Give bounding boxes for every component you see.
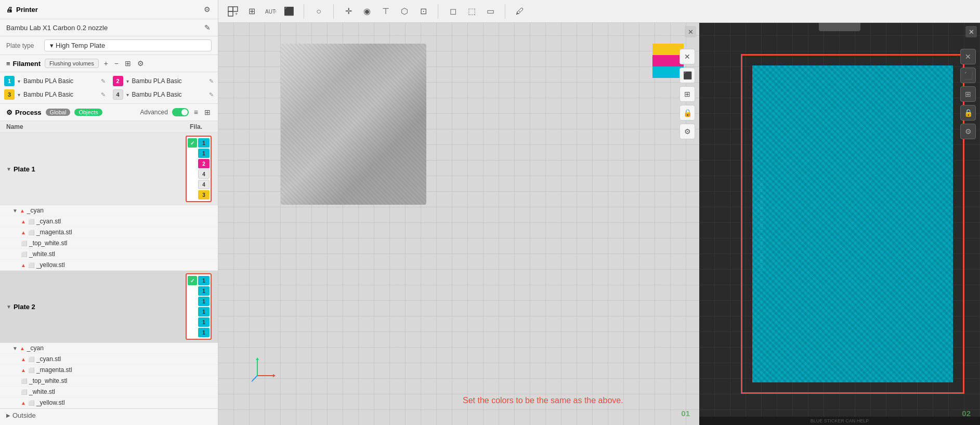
filament-edit-icon-4[interactable]: ✎: [209, 91, 214, 98]
filament-edit-icon-2[interactable]: ✎: [209, 78, 214, 85]
global-tag[interactable]: Global: [46, 109, 71, 116]
triangle-icon-p2-6: ▲: [21, 400, 26, 406]
plate2-header[interactable]: ▼ Plate 2 ✓ 1 1 1 1: [0, 271, 218, 343]
plate2-cell-1[interactable]: 1: [198, 276, 210, 285]
filament-badge-3[interactable]: 3: [4, 89, 15, 100]
plate2-cyan-group[interactable]: ▼ ▲ _cyan: [0, 343, 218, 354]
svg-text:+: +: [235, 11, 238, 17]
file-icon-4: ⬜: [21, 251, 27, 257]
add-geometry-button[interactable]: +: [225, 3, 241, 20]
plate1-cell-yellow[interactable]: 3: [198, 190, 210, 200]
plate2-number: 02: [962, 409, 971, 418]
plate1-btn-grid[interactable]: ⊞: [680, 86, 695, 102]
filament-settings-button[interactable]: ⚙: [136, 58, 145, 69]
objects-tag[interactable]: Objects: [74, 109, 102, 116]
plate2-btn-frame[interactable]: ⬛: [960, 68, 976, 83]
copy-filament-button[interactable]: ⊞: [124, 58, 132, 69]
cut-button[interactable]: ⊡: [415, 3, 432, 20]
plate1-btn-frame[interactable]: ⬛: [680, 68, 695, 83]
advanced-label: Advanced: [140, 109, 167, 116]
triangle-icon-p2-2: ▲: [21, 356, 26, 362]
filament-edit-icon-3[interactable]: ✎: [101, 91, 106, 98]
plate1-spacer5: [188, 190, 197, 200]
toolbar-last-button[interactable]: 🖊: [512, 3, 528, 20]
outside-item[interactable]: ▶ Outside: [0, 408, 218, 422]
plate1-model-content: [281, 44, 426, 205]
plate2-chevron-icon: ▼: [6, 304, 11, 310]
plate1-close-button[interactable]: ✕: [685, 26, 696, 37]
plate1-cell-4a[interactable]: 4: [198, 169, 210, 179]
filament-badge-1[interactable]: 1: [4, 76, 15, 86]
toolbar-btn-plate[interactable]: ▭: [482, 3, 499, 20]
filament-name-1: Bambu PLA Basic: [23, 77, 98, 85]
advanced-toggle[interactable]: [172, 108, 189, 116]
plate2-cell-6[interactable]: 1: [198, 328, 210, 337]
plate1-spacer4: [188, 180, 197, 189]
filament-edit-icon-1[interactable]: ✎: [101, 78, 106, 85]
plate1-cell-cyan2[interactable]: 1: [198, 149, 210, 158]
plate1-btn-settings[interactable]: ⚙: [680, 124, 695, 139]
plate-type-chevron-icon: ▾: [50, 42, 54, 49]
printer-model-edit-button[interactable]: ✎: [203, 22, 212, 33]
plate1-cell-1[interactable]: 1: [198, 138, 210, 148]
plate1-header[interactable]: ▼ Plate 1 ✓ 1 1 2 4: [0, 133, 218, 205]
plate2-btn-close[interactable]: ✕: [960, 49, 976, 64]
seam-button[interactable]: ⬡: [396, 3, 413, 20]
tree-header: Name Fila.: [0, 121, 218, 133]
file-icon-p2-3: ⬜: [21, 378, 27, 384]
plate1-view: ✕: [218, 23, 699, 425]
add-filament-button[interactable]: +: [103, 58, 109, 69]
plate2-cyan-stl-name: _cyan.stl: [36, 355, 212, 363]
move-button[interactable]: ✛: [340, 3, 357, 20]
filament-badge-4[interactable]: 4: [113, 89, 123, 100]
triangle-icon-1: ▲: [20, 208, 25, 214]
support-button[interactable]: ⊤: [377, 3, 394, 20]
plate1-white-stl-name: _white.stl: [29, 250, 212, 258]
plate1-btn-lock[interactable]: 🔒: [680, 105, 695, 121]
toolbar-group-1: + ⊞ AUTO ⬛: [225, 3, 297, 20]
remove-filament-button[interactable]: −: [113, 58, 120, 69]
plate2-canvas: ✕ Bambu High Temperature Plate BLUE STIC…: [699, 23, 980, 425]
chevron-down-icon-1: ▾: [18, 78, 20, 84]
slice-button[interactable]: ⬛: [281, 3, 297, 20]
plate1-btn-close[interactable]: ✕: [680, 49, 695, 64]
plate2-close-button[interactable]: ✕: [965, 26, 977, 37]
plate2-cell-4[interactable]: 1: [198, 307, 210, 316]
triangle-icon-p2-3: ▲: [21, 367, 26, 373]
plate2-cyan-stl: ▲ ⬜ _cyan.stl: [0, 354, 218, 365]
arrange-button[interactable]: ⊞: [243, 3, 260, 20]
file-icon-p2-5: ⬜: [28, 400, 34, 406]
plate2-cell-5[interactable]: 1: [198, 317, 210, 327]
hollow-button[interactable]: ◻: [445, 3, 461, 20]
plate2-magenta-stl-name: _magenta.stl: [36, 366, 212, 374]
plate2-btn-lock[interactable]: 🔒: [960, 105, 976, 121]
toolbar-btn-mesh[interactable]: ⬚: [463, 3, 480, 20]
plate2-cell-3[interactable]: 1: [198, 297, 210, 306]
plate1-white-stl: ⬜ _white.stl: [0, 249, 218, 260]
plate1-model-mesh: [281, 44, 426, 205]
toolbar-btn-empty1[interactable]: ○: [310, 3, 327, 20]
process-grid-button[interactable]: ⊞: [203, 107, 212, 117]
plate1-check[interactable]: ✓: [188, 138, 197, 148]
file-icon-2: ⬜: [28, 230, 34, 235]
plate1-cell-mag[interactable]: 2: [198, 159, 210, 168]
svg-rect-2: [228, 11, 233, 16]
filament-icon: ≡: [6, 60, 10, 68]
outside-chevron-icon: ▶: [6, 413, 10, 418]
plate2-white-stl-name: _white.stl: [29, 388, 212, 395]
svg-marker-10: [251, 381, 253, 382]
plate2-btn-grid[interactable]: ⊞: [960, 86, 976, 102]
printer-settings-button[interactable]: ⚙: [203, 4, 212, 15]
plate2-cell-2[interactable]: 1: [198, 286, 210, 296]
plate-type-value[interactable]: ▾ High Temp Plate: [44, 39, 212, 51]
flushing-volumes-button[interactable]: Flushing volumes: [45, 59, 99, 68]
axes-indicator: [250, 352, 281, 383]
process-list-button[interactable]: ≡: [193, 107, 199, 117]
plate1-cyan-group[interactable]: ▼ ▲ _cyan: [0, 205, 218, 216]
filament-badge-2[interactable]: 2: [113, 76, 123, 86]
plate2-check[interactable]: ✓: [188, 276, 197, 285]
auto-orient-button[interactable]: AUTO: [262, 3, 279, 20]
plate1-cell-4b[interactable]: 4: [198, 180, 210, 189]
paint-button[interactable]: ◉: [359, 3, 375, 20]
plate2-btn-settings[interactable]: ⚙: [960, 124, 976, 139]
